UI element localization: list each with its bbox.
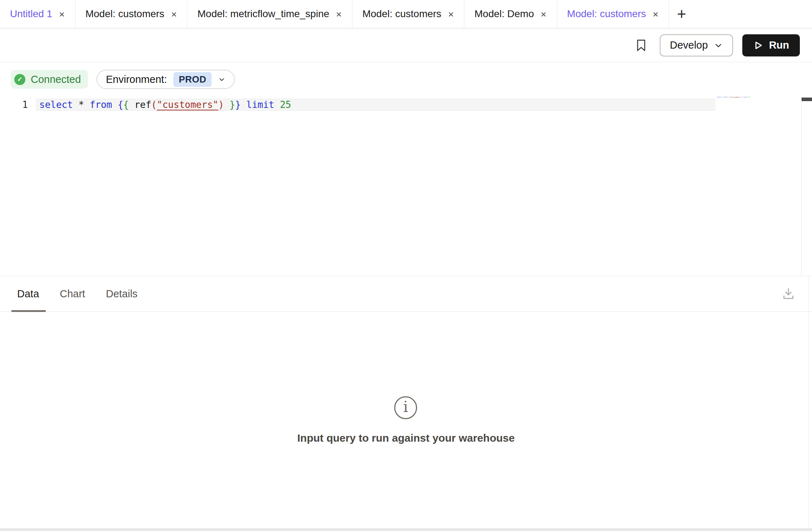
code-token: * (79, 99, 84, 110)
code-token: } (229, 99, 235, 110)
code-token: ( (151, 99, 157, 110)
tab-close-icon[interactable]: ✕ (59, 10, 65, 18)
info-icon: i (394, 396, 417, 419)
empty-state-message: Input query to run against your warehous… (0, 432, 812, 444)
editor-tab[interactable]: Model: Demo✕ (464, 0, 557, 28)
results-empty-state: i Input query to run against your wareho… (0, 276, 812, 528)
code-token: { (118, 99, 123, 110)
code-token: select (717, 96, 721, 98)
tab-label: Model: customers (85, 8, 164, 20)
connection-status-badge: ✓ Connected (11, 70, 88, 89)
bookmark-button[interactable] (636, 39, 646, 52)
code-token: limit (744, 96, 747, 98)
code-token (84, 99, 90, 110)
code-token: select (39, 99, 73, 110)
tab-label: Model: customers (567, 8, 646, 20)
code-token: { (123, 99, 129, 110)
code-token: "customers" (732, 96, 740, 98)
code-token: 25 (748, 96, 750, 98)
code-token (129, 99, 134, 110)
toolbar: Develop Run (0, 29, 812, 62)
play-icon (753, 40, 764, 51)
code-token (274, 99, 280, 110)
code-token: } (235, 99, 241, 110)
sql-editor[interactable]: 1 select * from {{ ref("customers") }} l… (0, 96, 812, 276)
app-window: Untitled 1✕Model: customers✕Model: metri… (0, 0, 812, 531)
editor-scrollbar-thumb[interactable] (802, 98, 812, 101)
code-line[interactable]: select * from {{ ref("customers") }} lim… (39, 99, 291, 111)
run-button[interactable]: Run (742, 34, 800, 56)
tab-close-icon[interactable]: ✕ (540, 10, 547, 18)
tab-close-icon[interactable]: ✕ (448, 10, 454, 18)
code-token (241, 99, 247, 110)
bottom-edge-strip (0, 528, 812, 531)
connected-label: Connected (31, 74, 81, 85)
chevron-down-icon (714, 41, 723, 50)
tab-close-icon[interactable]: ✕ (653, 10, 659, 18)
develop-dropdown[interactable]: Develop (660, 34, 733, 56)
panel-right-divider (808, 276, 809, 528)
new-tab-button[interactable]: + (669, 0, 694, 28)
editor-scrollbar-track[interactable] (801, 97, 802, 276)
environment-selector[interactable]: Environment: PROD (96, 70, 235, 89)
code-token (112, 99, 118, 110)
code-token: "customers" (157, 99, 218, 110)
tab-close-icon[interactable]: ✕ (336, 10, 342, 18)
plus-icon: + (677, 5, 686, 23)
line-number: 1 (0, 99, 28, 111)
develop-label: Develop (670, 39, 708, 51)
environment-value-chip: PROD (173, 72, 212, 87)
editor-tab-bar: Untitled 1✕Model: customers✕Model: metri… (0, 0, 812, 29)
code-token: 25 (280, 99, 291, 110)
tab-label: Untitled 1 (10, 8, 52, 20)
editor-tabs: Untitled 1✕Model: customers✕Model: metri… (0, 0, 669, 28)
tab-label: Model: Demo (474, 8, 534, 20)
code-token: from (90, 99, 112, 110)
editor-tab[interactable]: Model: customers✕ (557, 0, 669, 28)
status-row: ✓ Connected Environment: PROD (0, 62, 812, 96)
minimap-line: select * from {{ ref("customers") }} lim… (717, 96, 728, 98)
editor-tab[interactable]: Model: metricflow_time_spine✕ (187, 0, 352, 28)
environment-label: Environment: (106, 74, 167, 85)
tab-label: Model: customers (362, 8, 441, 20)
chevron-down-icon (218, 76, 226, 83)
editor-tab[interactable]: Model: customers✕ (352, 0, 465, 28)
code-token (224, 99, 230, 110)
editor-tab[interactable]: Model: customers✕ (75, 0, 188, 28)
bookmark-icon (636, 39, 646, 52)
code-token: from (723, 96, 726, 98)
run-label: Run (769, 39, 789, 51)
code-token (73, 99, 79, 110)
results-panel: DataChartDetails i Input query to run ag… (0, 276, 812, 528)
code-token: ref (134, 99, 151, 110)
check-icon: ✓ (14, 74, 25, 85)
code-token: ) (218, 99, 224, 110)
tab-label: Model: metricflow_time_spine (197, 8, 329, 20)
editor-tab[interactable]: Untitled 1✕ (0, 0, 75, 28)
editor-minimap[interactable]: select * from {{ ref("customers") }} lim… (717, 96, 803, 111)
code-token: limit (246, 99, 274, 110)
tab-close-icon[interactable]: ✕ (171, 10, 177, 18)
